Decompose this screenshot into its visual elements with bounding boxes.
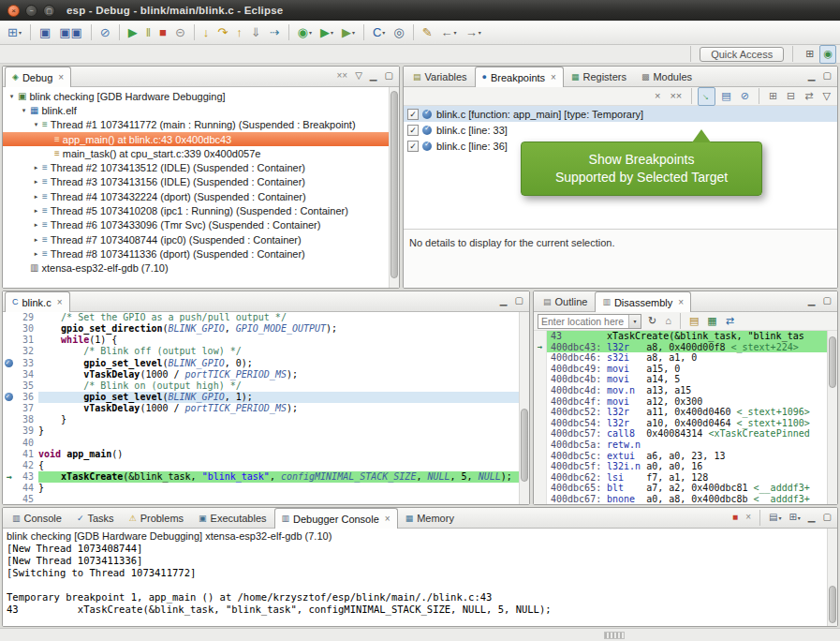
maximize-view-icon[interactable]: ▢ xyxy=(820,67,834,85)
tab-debug[interactable]: ◈Debug× xyxy=(5,67,71,87)
code-line[interactable]: 33 gpio_set_level(BLINK_GPIO, 0); xyxy=(3,358,529,369)
minimize-view-icon[interactable]: ▁ xyxy=(805,508,818,527)
search-icon[interactable]: ◎ xyxy=(390,23,407,42)
scrollbar-thumb[interactable] xyxy=(829,336,836,389)
breakpoint-checkbox[interactable]: ✓ xyxy=(407,141,419,152)
status-drag-handle[interactable] xyxy=(604,632,625,639)
remove-breakpoint-icon[interactable]: × xyxy=(651,87,664,106)
save-all-icon[interactable]: ▣▣ xyxy=(55,23,86,42)
new-c-file-icon[interactable]: C▾ xyxy=(369,23,389,42)
debug-tree-row[interactable]: ▸≡Thread #7 1073408744 (ipc0) (Suspended… xyxy=(3,232,399,246)
code-line[interactable]: 36 gpio_set_level(BLINK_GPIO, 1); xyxy=(3,392,529,403)
console-body[interactable]: blink checking [GDB Hardware Debugging] … xyxy=(3,529,837,627)
debug-tree-row[interactable]: ▸≡Thread #6 1073433096 (Tmr Svc) (Suspen… xyxy=(3,218,399,232)
refresh-view-icon[interactable]: ↻ xyxy=(644,312,660,331)
maximize-view-icon[interactable]: ▢ xyxy=(382,67,396,85)
breakpoint-row[interactable]: ✓blink.c [function: app_main] [type: Tem… xyxy=(404,106,837,122)
tab-blink-c[interactable]: Cblink.c× xyxy=(5,291,70,312)
sync-with-active-context-icon[interactable]: ⇄ xyxy=(722,312,738,331)
location-dropdown-icon[interactable]: ▾ xyxy=(628,315,641,328)
console-scrollbar[interactable] xyxy=(827,529,837,627)
scrollbar-thumb[interactable] xyxy=(391,91,398,278)
drop-to-frame-icon[interactable]: ⇓ xyxy=(247,23,265,42)
minimize-view-icon[interactable]: ▁ xyxy=(805,291,818,310)
back-icon[interactable]: ←▾ xyxy=(437,23,461,42)
tab-problems[interactable]: ⚠Problems xyxy=(122,508,192,528)
last-edit-location-icon[interactable]: ✎ xyxy=(419,23,436,42)
disassembly-row[interactable]: 400dbc49:movi a15, 0 xyxy=(534,364,837,375)
tab-breakpoints[interactable]: ●Breakpoints× xyxy=(475,67,564,87)
debug-tree-row[interactable]: ▥xtensa-esp32-elf-gdb (7.10) xyxy=(3,261,399,276)
disassembly-row[interactable]: 400dbc4b:movi a14, 5 xyxy=(534,374,837,385)
show-symbols-icon[interactable]: ▦ xyxy=(703,312,720,331)
expander-expanded-icon[interactable]: ▾ xyxy=(19,107,29,114)
link-with-debug-view-icon[interactable]: ⇄ xyxy=(801,87,817,106)
quick-access-button[interactable]: Quick Access xyxy=(700,47,784,62)
skip-all-breakpoints-icon[interactable]: ⊘ xyxy=(96,23,114,42)
run-icon[interactable]: ▶▾ xyxy=(317,23,337,42)
collapse-all-icon[interactable]: ⊟ xyxy=(783,87,799,106)
tab-variables[interactable]: ▤Variables xyxy=(405,67,475,86)
debug-tree-row[interactable]: ≡app_main() at blink.c:43 0x400dbc43 xyxy=(3,132,399,146)
disassembly-row[interactable]: 400dbc4d:mov.n a13, a15 xyxy=(534,385,837,396)
code-line[interactable]: 42{ xyxy=(3,460,529,471)
code-line[interactable]: 45 xyxy=(3,494,529,505)
close-window-button[interactable]: × xyxy=(7,5,20,17)
close-tab-icon[interactable]: × xyxy=(385,514,391,524)
view-menu-icon[interactable]: ▽ xyxy=(819,87,834,106)
disassembly-row[interactable]: 400dbc62:lsi f7, a1, 128 xyxy=(534,472,837,484)
step-over-icon[interactable]: ↷ xyxy=(214,23,231,42)
remove-all-terminated-icon[interactable]: ×× xyxy=(333,67,350,85)
code-line[interactable]: 32 /* Blink off (output low) */ xyxy=(3,346,529,357)
disassembly-body[interactable]: 43xTaskCreate(&blink_task, "blink_tas→40… xyxy=(534,331,837,505)
terminate-console-icon[interactable]: ■ xyxy=(729,508,741,527)
disassembly-scrollbar[interactable] xyxy=(827,331,837,505)
expander-collapsed-icon[interactable]: ▸ xyxy=(31,221,41,229)
debug-tree-row[interactable]: ▸≡Thread #5 1073410208 (ipc1 : Running) … xyxy=(3,203,399,217)
code-line[interactable]: 41void app_main() xyxy=(3,449,529,460)
debug-scrollbar[interactable] xyxy=(389,87,399,289)
minimize-view-icon[interactable]: ▁ xyxy=(805,67,818,85)
debug-tree-row[interactable]: ▾▣blink checking [GDB Hardware Debugging… xyxy=(3,89,399,103)
disassembly-row[interactable]: 400dbc5c:extui a6, a0, 23, 13 xyxy=(534,451,837,462)
code-line[interactable]: 29 /* Set the GPIO as a push/pull output… xyxy=(3,312,529,323)
view-menu-icon[interactable]: ▽ xyxy=(352,67,365,85)
code-line[interactable]: 34 vTaskDelay(1000 / portTICK_PERIOD_MS)… xyxy=(3,369,529,380)
code-line[interactable]: 37 vTaskDelay(1000 / portTICK_PERIOD_MS)… xyxy=(3,403,529,414)
breakpoint-checkbox[interactable]: ✓ xyxy=(407,125,419,136)
remove-launch-icon[interactable]: × xyxy=(743,508,754,527)
go-to-file-for-breakpoint-icon[interactable]: ▤ xyxy=(717,87,734,106)
code-line[interactable]: 39} xyxy=(3,425,529,437)
tab-memory[interactable]: ▦Memory xyxy=(398,508,462,528)
breakpoint-marker[interactable] xyxy=(3,392,15,403)
disassembly-row[interactable]: 400dbc67:bnone a0, a8, 0x400dbc8b <__add… xyxy=(534,494,837,505)
expand-all-icon[interactable]: ⊞ xyxy=(765,87,781,106)
go-to-current-address-icon[interactable]: ⌂ xyxy=(661,312,675,331)
open-perspective-icon[interactable]: ⊞ xyxy=(802,45,818,64)
debug-perspective-icon[interactable]: ◉ xyxy=(819,45,836,64)
disassembly-row[interactable]: 43xTaskCreate(&blink_task, "blink_tas xyxy=(534,331,837,342)
code-line[interactable]: 30 gpio_set_direction(BLINK_GPIO, GPIO_M… xyxy=(3,323,529,335)
skip-all-breakpoints-icon[interactable]: ⊘ xyxy=(737,87,753,106)
maximize-view-icon[interactable]: ▢ xyxy=(820,508,834,527)
tab-console[interactable]: ▥Console xyxy=(5,508,69,528)
tab-disassembly[interactable]: ▥Disassembly× xyxy=(595,291,691,312)
debug-tree-row[interactable]: ▸≡Thread #4 1073432224 (dport) (Suspende… xyxy=(3,189,399,203)
disassembly-row[interactable]: →400dbc43:l32r a8, 0x400d00f8 <_stext+22… xyxy=(534,342,837,353)
code-line[interactable]: 44} xyxy=(3,483,529,494)
maximize-view-icon[interactable]: ▢ xyxy=(820,291,834,310)
maximize-window-button[interactable]: ▢ xyxy=(43,5,55,17)
minimize-view-icon[interactable]: ▁ xyxy=(497,291,510,310)
minimize-view-icon[interactable]: ▁ xyxy=(367,67,380,85)
expander-collapsed-icon[interactable]: ▸ xyxy=(31,193,41,201)
code-line[interactable]: →43 xTaskCreate(&blink_task, "blink_task… xyxy=(3,471,529,483)
instruction-stepping-icon[interactable]: ⇢ xyxy=(266,23,284,42)
code-line[interactable]: 40 xyxy=(3,438,529,449)
location-input[interactable] xyxy=(538,316,628,327)
disassembly-row[interactable]: 400dbc57:call8 0x40084314 <xTaskCreatePi… xyxy=(534,428,837,440)
new-wizard-icon[interactable]: ⊞▾ xyxy=(4,23,25,42)
tab-executables[interactable]: ▣Executables xyxy=(191,508,273,528)
disassembly-row[interactable]: 400dbc52:l32r a11, 0x400d0460 <_stext+10… xyxy=(534,407,837,418)
minimize-window-button[interactable]: − xyxy=(25,5,37,17)
debug-tree-row[interactable]: ▸≡Thread #3 1073413156 (IDLE) (Suspended… xyxy=(3,175,399,189)
